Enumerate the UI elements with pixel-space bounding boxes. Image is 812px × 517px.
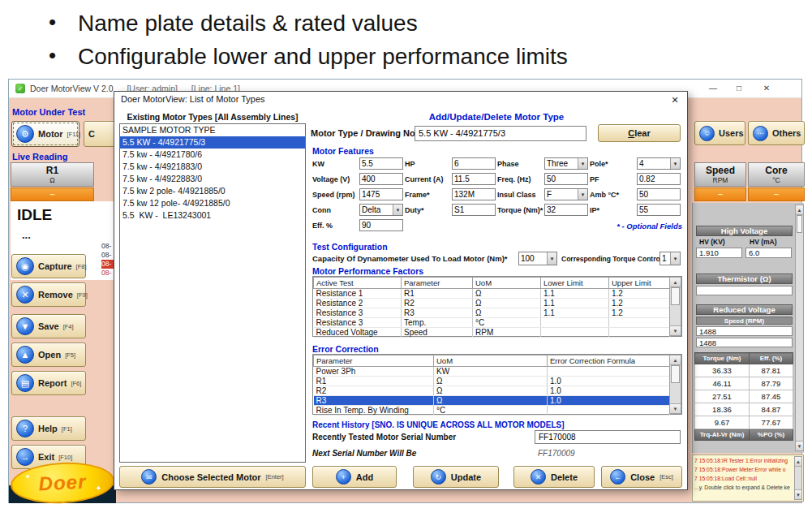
sidebar-button-report[interactable]: ▤Report[F6] xyxy=(11,371,86,395)
field-voltage-v[interactable]: 400 xyxy=(359,173,403,185)
field-duty[interactable]: S1 xyxy=(452,204,496,216)
remove-icon: ✕ xyxy=(16,286,34,304)
table-row[interactable]: Resistance 3R3Ω1.11.2 xyxy=(314,308,670,318)
gauge-core-unit: °C xyxy=(772,176,780,184)
scroll-down-icon[interactable]: ▼ xyxy=(795,489,801,499)
sidebar-button-key: [F8] xyxy=(76,263,87,270)
field-kw[interactable]: 5.5 xyxy=(359,157,403,170)
torque-table-row: 9.6777.67 xyxy=(695,416,793,429)
scroll-up-icon[interactable]: ▲ xyxy=(795,457,801,467)
minimize-button[interactable]: — xyxy=(701,80,725,97)
users-icon: ☺ xyxy=(699,126,715,141)
log-lines: 7 15:05:18:IR Tester 1:Error initializin… xyxy=(693,456,795,492)
motor-type-item[interactable]: 7.5 kw - 4/4922883/0 xyxy=(120,173,305,185)
maximize-button[interactable]: □ xyxy=(727,80,751,97)
close-window-button[interactable]: ✕ xyxy=(754,80,779,97)
table-row[interactable]: Power 3PhKW xyxy=(314,367,670,377)
field-freq-hz[interactable]: 50 xyxy=(544,173,588,185)
scroll-down-icon[interactable]: ▼ xyxy=(670,325,681,335)
recently-tested-serial-input[interactable]: FF170008 xyxy=(535,430,681,444)
others-button-label: Others xyxy=(772,128,801,138)
scroll-down-icon[interactable]: ▼ xyxy=(796,441,803,450)
motor-type-item[interactable]: 7.5 kw 12 pole- 4/4921885/0 xyxy=(120,197,305,209)
field-pf[interactable]: 0.82 xyxy=(637,173,681,185)
chevron-down-icon: ▾ xyxy=(670,158,680,169)
hv-ma-label: HV (mA) xyxy=(750,238,777,246)
motor-type-item[interactable]: 7.5 kw 2 pole- 4/4921885/0 xyxy=(120,185,305,197)
sidebar-button-key: [F10] xyxy=(58,454,72,461)
field-insul-class[interactable]: F▾ xyxy=(544,188,588,200)
add-button[interactable]: +Add xyxy=(312,466,397,488)
dialog-titlebar: Doer MotorView: List of Motor Types ✕ xyxy=(114,92,687,108)
field-eff[interactable]: 90 xyxy=(359,219,403,231)
motor-type-item[interactable]: 5.5 KW - 4/4921775/3 xyxy=(120,136,305,149)
field-value: S1 xyxy=(454,205,464,214)
motor-type-item[interactable]: SAMPLE MOTOR TYPE xyxy=(120,124,305,136)
field-value: 400 xyxy=(362,174,376,183)
chevron-down-icon: ▾ xyxy=(547,252,556,265)
gauge-speed-name: Speed xyxy=(706,166,735,176)
torque-controller-select[interactable]: 1 ▾ xyxy=(659,252,681,265)
scroll-down-icon[interactable]: ▼ xyxy=(670,403,681,413)
sidebar-button-help[interactable]: ?Help[F1] xyxy=(11,416,86,441)
table-row[interactable]: Resistance 3Temp.°C xyxy=(314,318,670,328)
field-torque-nm[interactable]: 32 xyxy=(544,204,588,216)
error-table-scrollbar[interactable]: ▲ ▼ xyxy=(669,355,681,414)
field-label-torque-nm: Torque (Nm)* xyxy=(497,206,543,214)
clear-button[interactable]: Clear xyxy=(598,124,681,142)
field-pole[interactable]: 4▾ xyxy=(637,157,681,170)
field-conn[interactable]: Delta▾ xyxy=(359,204,403,216)
field-value: 32 xyxy=(547,205,556,214)
sidebar-button-capture[interactable]: ◉Capture[F8] xyxy=(11,254,86,278)
scroll-up-icon[interactable]: ▲ xyxy=(796,205,803,215)
motor-type-item[interactable]: 7.5 kw - 4/4921883/0 xyxy=(120,161,305,173)
dialog-title: Doer MotorView: List of Motor Types xyxy=(121,94,265,104)
close-button[interactable]: ←Close[Esc] xyxy=(601,466,682,488)
scrollbar-thumb[interactable] xyxy=(671,365,680,383)
sidebar-button-remove[interactable]: ✕Remove[F9] xyxy=(11,282,86,307)
motor-type-item[interactable]: 5.5 KW - LE13243001 xyxy=(120,209,305,222)
delete-button[interactable]: ✕Delete xyxy=(513,466,595,488)
field-hp[interactable]: 6 xyxy=(452,157,496,170)
slide-bullet: Name plate details & rated values xyxy=(47,6,568,40)
dialog-close-icon[interactable]: ✕ xyxy=(668,93,682,106)
table-cell: Rise In Temp. By Winding xyxy=(314,406,434,416)
scrollbar-thumb[interactable] xyxy=(671,287,680,305)
motor-type-input[interactable]: 5.5 KW - 4/4921775/3 xyxy=(415,126,586,141)
users-button[interactable]: ☺ Users xyxy=(694,121,745,145)
sidebar-button-open[interactable]: ▲Open[F5] xyxy=(11,343,86,367)
message-log: 7 15:05:18:IR Tester 1:Error initializin… xyxy=(692,455,804,502)
scroll-up-icon[interactable]: ▲ xyxy=(670,355,681,365)
table-row[interactable]: Reduced VoltageSpeedRPM xyxy=(314,328,670,338)
table-row[interactable]: Resistance 2R2Ω1.11.2 xyxy=(314,299,670,308)
field-speed-rpm[interactable]: 1475 xyxy=(359,188,403,200)
torque-table-row: 46.1187.79 xyxy=(695,377,793,390)
sidebar-button-label: Report xyxy=(38,378,67,388)
log-scrollbar[interactable]: ▲ ▼ xyxy=(794,456,802,500)
scrollbar-thumb[interactable] xyxy=(797,215,802,233)
save-icon: ▼ xyxy=(16,317,34,335)
table-row[interactable]: R3Ω1.0 xyxy=(314,396,670,406)
choose-selected-motor-button[interactable]: ✉ Choose Selected Motor [Enter] xyxy=(119,466,306,488)
field-ip[interactable]: 55 xyxy=(637,204,681,216)
torque-table-cell: 87.79 xyxy=(750,377,793,390)
field-current-a[interactable]: 11.5 xyxy=(452,173,496,185)
table-row[interactable]: R1Ω1.0 xyxy=(314,377,670,386)
scroll-up-icon[interactable]: ▲ xyxy=(670,278,681,287)
motor-type-item[interactable]: 7.5 kw - 4/4921780/6 xyxy=(120,149,305,161)
field-phase[interactable]: Three▾ xyxy=(544,157,588,170)
error-correction-table: ParameterUoMError Correction FormulaPowe… xyxy=(313,355,681,416)
dynamometer-capacity-select[interactable]: 100 ▾ xyxy=(518,252,557,265)
field-frame[interactable]: 132M xyxy=(452,188,496,200)
table-row[interactable]: Rise In Temp. By Winding°C xyxy=(314,406,670,416)
update-button[interactable]: ↻Update xyxy=(413,466,499,488)
table-row[interactable]: R2Ω1.0 xyxy=(314,386,670,396)
performance-table-scrollbar[interactable]: ▲ ▼ xyxy=(669,277,681,336)
panel-scrollbar[interactable]: ▲ ▼ xyxy=(795,205,804,451)
field-amb-c[interactable]: 50 xyxy=(637,188,681,200)
table-row[interactable]: Resistance 1R1Ω1.11.2 xyxy=(314,289,670,299)
others-button[interactable]: ⋯ Others xyxy=(748,121,805,145)
table-cell: Ω xyxy=(473,289,541,299)
optional-fields-note: * - Optional Fields xyxy=(569,222,682,230)
sidebar-button-save[interactable]: ▼Save[F4] xyxy=(11,314,86,338)
